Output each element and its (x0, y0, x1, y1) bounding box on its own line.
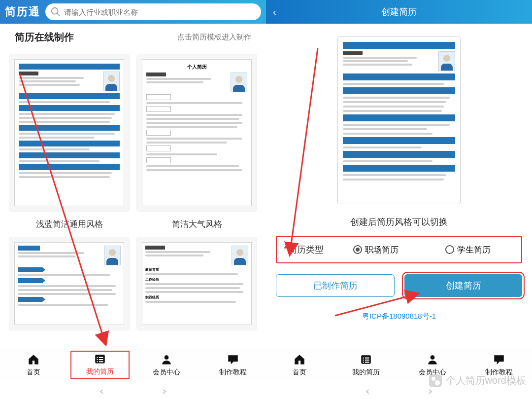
radio-unselected-icon (445, 245, 454, 254)
search-input[interactable] (64, 8, 256, 16)
avatar-icon (231, 73, 247, 92)
wechat-icon (429, 374, 442, 387)
svg-rect-5 (97, 359, 98, 360)
watermark: 个人简历word模板 (429, 374, 526, 387)
tab-home[interactable]: 首页 (4, 353, 63, 377)
tab-home[interactable]: 首页 (270, 353, 329, 377)
tab-online-make[interactable]: 简历在线制作 (15, 31, 74, 44)
radio-work[interactable]: 职场简历 (353, 244, 399, 255)
avatar-icon (103, 72, 120, 91)
svg-point-9 (164, 355, 168, 360)
template-hint: 点击简历模板进入制作 (177, 33, 251, 42)
left-tabbar: 首页 我的简历 会员中心 制作教程 (0, 347, 266, 382)
radio-label: 学生简历 (457, 244, 491, 255)
tab-tutorial[interactable]: 制作教程 (203, 353, 263, 377)
template-card[interactable]: 浅蓝简洁通用风格 (9, 54, 130, 234)
tab-label: 我的简历 (86, 367, 114, 376)
left-header: 简历通 (0, 0, 266, 24)
template-card[interactable] (9, 237, 130, 330)
tab-label: 首页 (27, 368, 40, 377)
template-name: 简洁大气风格 (136, 218, 257, 230)
radio-selected-icon (353, 245, 362, 254)
tab-my-resume[interactable]: 我的简历 (336, 353, 396, 377)
svg-rect-3 (97, 357, 98, 358)
user-icon (425, 353, 440, 366)
svg-line-1 (57, 13, 60, 16)
svg-rect-14 (365, 360, 369, 361)
svg-rect-6 (99, 359, 103, 360)
prev-page[interactable]: ‹ (100, 385, 104, 397)
svg-rect-4 (99, 357, 103, 358)
next-page[interactable]: › (162, 385, 166, 397)
avatar-icon (104, 246, 121, 265)
home-icon (292, 353, 307, 366)
preview-area (266, 24, 532, 209)
right-header: ‹ 创建简历 (266, 0, 532, 24)
type-row-label: 简历类型 (288, 245, 324, 254)
btn-create-resume[interactable]: 创建简历 (404, 274, 522, 297)
svg-rect-11 (363, 357, 364, 358)
user-icon (159, 353, 174, 366)
home-icon (26, 353, 41, 366)
svg-point-0 (52, 8, 58, 14)
svg-rect-8 (99, 361, 103, 362)
right-pane: ‹ 创建简历 (266, 0, 532, 399)
prev-page[interactable]: ‹ (366, 385, 370, 397)
subheader: 简历在线制作 点击简历模板进入制作 (0, 24, 266, 51)
avatar-icon (232, 246, 248, 265)
resume-type-row: *简历类型 职场简历 学生简历 (276, 236, 522, 263)
app-title: 简历通 (5, 4, 40, 19)
tab-label: 首页 (293, 368, 306, 377)
left-pane: 简历通 简历在线制作 点击简历模板进入制作 (0, 0, 266, 399)
template-name: 浅蓝简洁通用风格 (9, 218, 130, 230)
search-box[interactable] (45, 3, 261, 20)
template-card[interactable]: 个人简历 (136, 54, 257, 234)
radio-label: 职场简历 (365, 244, 399, 255)
icp-text: 粤ICP备18090818号-1 (266, 312, 532, 321)
tab-my-resume[interactable]: 我的简历 (70, 351, 130, 379)
page-title: 创建简历 (381, 6, 417, 18)
svg-rect-15 (363, 362, 364, 363)
back-button[interactable]: ‹ (273, 6, 276, 18)
tab-label: 我的简历 (352, 368, 380, 377)
svg-rect-16 (365, 362, 369, 363)
template-thumb: 个人简历 (136, 54, 257, 212)
list-icon (359, 353, 373, 366)
template-card[interactable]: 教育背景 工作经历 实践经历 (136, 237, 257, 330)
radio-student[interactable]: 学生简历 (445, 244, 491, 255)
btn-made-resume[interactable]: 已制作简历 (276, 274, 395, 297)
search-icon (50, 6, 61, 17)
templates-area: 浅蓝简洁通用风格 个人简历 (0, 51, 266, 347)
svg-rect-13 (363, 360, 364, 361)
list-icon (93, 353, 107, 365)
chat-icon (492, 353, 506, 366)
svg-rect-7 (97, 361, 98, 362)
template-thumb (9, 54, 130, 212)
tab-label: 会员中心 (153, 368, 180, 377)
required-star: * (284, 245, 287, 254)
tab-tutorial[interactable]: 制作教程 (469, 353, 529, 377)
avatar-icon (438, 51, 455, 71)
watermark-text: 个人简历word模板 (446, 374, 526, 387)
tab-member[interactable]: 会员中心 (403, 353, 462, 377)
resume-preview[interactable] (337, 36, 461, 204)
svg-point-17 (430, 355, 434, 360)
tab-member[interactable]: 会员中心 (137, 353, 196, 377)
switch-hint: 创建后简历风格可以切换 (266, 216, 532, 228)
left-pager: ‹ › (0, 382, 266, 399)
tab-label: 制作教程 (219, 368, 247, 377)
svg-rect-12 (365, 357, 369, 358)
chat-icon (226, 353, 240, 366)
